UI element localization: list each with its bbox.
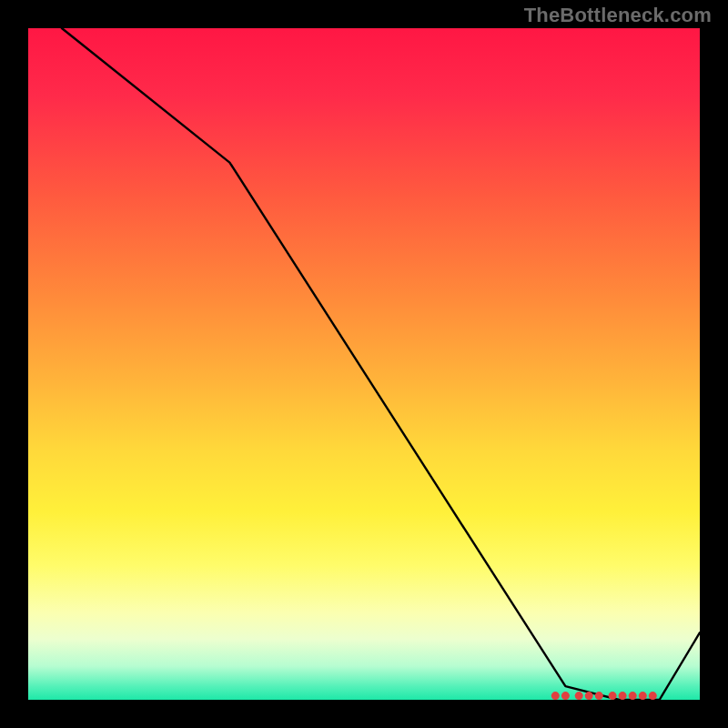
marker-dot [561, 692, 570, 700]
marker-dot [639, 692, 647, 700]
marker-dot [595, 692, 603, 700]
marker-dot [551, 692, 560, 700]
marker-dot [649, 692, 657, 700]
marker-dot [619, 692, 627, 700]
attribution-label: TheBottleneck.com [524, 4, 712, 27]
plot-area [28, 28, 700, 700]
marker-dot [609, 692, 617, 700]
chart-frame: TheBottleneck.com [0, 0, 728, 728]
marker-dot [585, 692, 593, 700]
marker-dot [575, 692, 583, 700]
chart-svg [28, 28, 700, 700]
marker-dot [629, 692, 637, 700]
line-series [62, 28, 700, 700]
